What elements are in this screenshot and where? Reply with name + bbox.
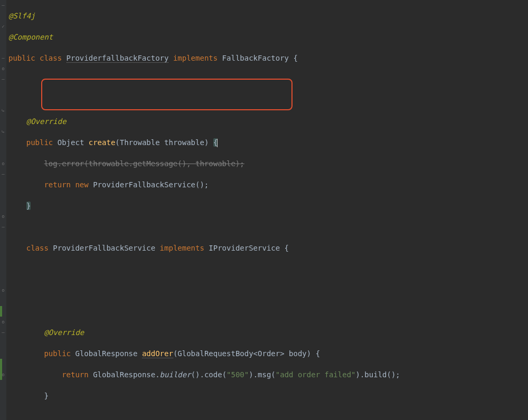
caret [217,139,218,147]
indent [8,244,26,252]
text: { [280,244,289,252]
keyword: implements [155,244,209,252]
annotation: @Override [44,328,84,337]
indent [8,370,62,379]
keyword: class [26,244,53,252]
code-line[interactable]: class ProviderFallbackService implements… [8,243,528,253]
indent [8,392,44,400]
code-line[interactable]: @Override [8,116,528,127]
indent [8,202,26,210]
blank-line[interactable] [8,264,528,274]
params: (GlobalRequestBody<Order> body) { [173,349,320,358]
blank-line[interactable] [8,285,528,295]
annotation: @Slf4j [8,12,35,20]
brace: } [44,392,48,400]
interface-name: FallbackFactory [222,54,289,62]
blank-line[interactable] [8,222,528,232]
annotation: @Override [26,117,67,126]
class-ref: ProviderFallbackService(); [93,180,209,189]
code-line[interactable]: @Slf4j [8,11,528,21]
code-line[interactable]: @Component [8,32,528,42]
code-line[interactable]: log.error(throwable.getMessage(), throwa… [8,158,528,169]
blank-line[interactable] [8,74,528,84]
indent [8,349,44,358]
text: ).msg( [249,370,276,379]
code-line[interactable]: return GlobalResponse.builder().code("50… [8,369,528,380]
text: ().code( [191,370,227,379]
indent [8,180,44,189]
vcs-change-marker [0,306,2,317]
string: "500" [227,370,249,379]
annotation: @Component [8,33,53,41]
method-name: addOrer [142,349,173,358]
strikethrough-code: log.error(throwable.getMessage(), throwa… [44,159,244,168]
gutter-icon[interactable]: o [0,369,6,380]
gutter-icon[interactable]: o [0,211,6,222]
gutter-icon[interactable]: – [0,0,6,11]
gutter-icon[interactable]: o [0,158,6,169]
code-editor[interactable]: @Slf4j @Component public class Providerf… [6,0,528,420]
gutter-icon[interactable]: – [0,74,6,84]
method-name: create [89,138,116,147]
blank-line[interactable] [8,306,528,317]
gutter-icon[interactable]: ⤷ [0,127,6,137]
keyword: implements [168,54,222,62]
code-line[interactable]: @Override [8,327,528,338]
blank-line[interactable] [8,95,528,106]
params: (Throwable throwable) [115,138,213,147]
code-line[interactable]: public class ProviderfallbackFactory imp… [8,53,528,63]
blank-line[interactable] [8,412,528,420]
class-ref: GlobalResponse. [93,370,159,379]
gutter-icon[interactable]: ✓ [0,21,6,32]
return-type: GlobalResponse [75,349,142,358]
keyword: public [44,349,75,358]
gutter-icon[interactable]: – [0,169,6,179]
code-line[interactable]: return new ProviderFallbackService(); [8,179,528,190]
class-name: ProviderFallbackService [53,244,155,252]
gutter-icon[interactable]: – [0,222,6,232]
code-line[interactable]: } [8,201,528,211]
gutter-icon[interactable]: o [0,63,6,74]
return-type: Object [58,138,89,147]
gutter-icon[interactable]: o [0,285,6,295]
class-name: ProviderfallbackFactory [67,54,169,63]
indent [8,117,26,126]
string: "add order failed" [276,370,356,379]
text: ).build(); [356,370,400,379]
keyword: public class [8,54,67,62]
interface-name: IProviderService [209,244,280,252]
keyword: return [62,370,93,379]
brace-highlight: } [26,202,31,210]
code-line[interactable]: public GlobalResponse addOrer(GlobalRequ… [8,348,528,359]
keyword: return new [44,180,93,189]
keyword: public [26,138,58,147]
indent [8,138,26,147]
indent [8,159,44,168]
indent [8,328,44,337]
code-line[interactable]: public Object create(Throwable throwable… [8,137,528,148]
method-call: builder [160,370,191,379]
gutter-icon[interactable]: o [0,317,6,327]
gutter-icon[interactable]: ⤷ [0,106,6,116]
text: { [289,54,298,62]
gutter-icon[interactable]: – [0,53,6,63]
code-line[interactable]: } [8,390,528,401]
gutter-icon[interactable]: – [0,327,6,338]
